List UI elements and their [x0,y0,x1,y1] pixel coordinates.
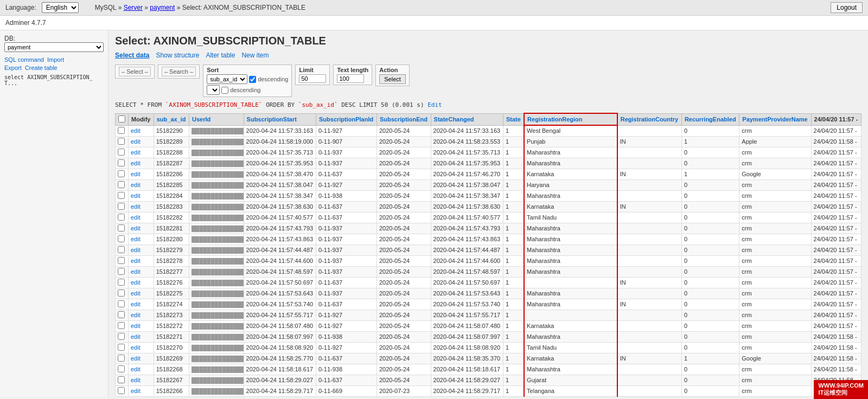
descending-checkbox-1[interactable] [249,76,256,83]
row-checkbox[interactable] [116,212,129,223]
row-checkbox[interactable] [116,320,129,331]
sort-field-select[interactable]: sub_ax_id [207,74,247,84]
select-button[interactable]: Select [379,74,406,84]
row-checkbox[interactable] [116,342,129,353]
row-user-id: ████████████████ [189,125,244,136]
edit-link[interactable]: Edit [427,101,442,108]
sort-sub-ax-id[interactable]: sub_ax_id [157,116,186,123]
nav-new-item[interactable]: New item [241,52,269,59]
edit-link[interactable]: edit [131,366,141,372]
row-checkbox[interactable] [116,288,129,299]
sort-user-id[interactable]: UserId [192,116,210,123]
text-length-input[interactable] [337,74,364,83]
row-checkbox[interactable] [116,244,129,255]
table-link[interactable]: `AXINOM_SUBSCRIPTION_TABLE` [165,101,263,108]
edit-link[interactable]: edit [131,301,141,307]
row-provider: Google [739,353,811,364]
row-state-changed: 2020-04-24 11:57:50.697 [431,277,503,288]
edit-link[interactable]: edit [131,279,141,286]
edit-link[interactable]: edit [131,236,141,242]
row-sub-end: 2020-05-24 [376,147,431,158]
row-checkbox[interactable] [116,266,129,277]
server-link[interactable]: Server [124,4,143,11]
sort-state-changed[interactable]: StateChanged [434,116,474,123]
nav-show-structure[interactable]: Show structure [156,52,199,59]
row-state-changed: 2020-04-24 11:57:53.643 [431,288,503,299]
row-date: 24/04/20 11:57 - [811,125,861,136]
row-checkbox[interactable] [116,125,129,136]
language-select[interactable]: English [42,2,79,13]
sort-plan-id[interactable]: SubscriptionPlanId [319,116,373,123]
sort-provider[interactable]: PaymentProviderName [742,116,807,123]
edit-link[interactable]: edit [131,290,141,297]
sort-country[interactable]: RegistrationCountry [621,116,678,123]
col-state-changed: StateChanged [431,113,503,125]
edit-link[interactable]: edit [131,171,141,177]
edit-link[interactable]: edit [131,149,141,156]
select-all-checkbox[interactable] [118,115,125,123]
limit-input[interactable] [299,74,326,83]
table-row: edit 15182288 ████████████████ 2020-04-2… [116,147,861,158]
row-checkbox[interactable] [116,201,129,212]
row-checkbox[interactable] [116,190,129,201]
edit-link[interactable]: edit [131,138,141,145]
logout-button[interactable]: Logout [831,2,863,13]
row-checkbox[interactable] [116,136,129,147]
row-checkbox[interactable] [116,331,129,342]
sort-region[interactable]: RegistrationRegion [527,116,582,123]
row-checkbox[interactable] [116,147,129,158]
edit-link[interactable]: edit [131,323,141,329]
row-checkbox[interactable] [116,385,129,396]
sort-recurring[interactable]: RecurringEnabled [685,116,736,123]
col-modify: Modify [129,113,154,125]
descending-checkbox-2[interactable] [221,87,228,94]
row-user-id: ████████████████ [189,223,244,234]
row-date: 24/04/20 11:58 - [811,136,861,147]
row-checkbox[interactable] [116,223,129,234]
row-checkbox[interactable] [116,179,129,190]
edit-link[interactable]: edit [131,214,141,221]
sql-command-link[interactable]: SQL command [4,56,44,63]
row-checkbox[interactable] [116,158,129,169]
table-row: edit 15182287 ████████████████ 2020-04-2… [116,158,861,169]
export-link[interactable]: Export [4,65,22,71]
row-checkbox[interactable] [116,396,129,397]
edit-link[interactable]: edit [131,312,141,318]
import-link[interactable]: Import [47,56,64,63]
edit-link[interactable]: edit [131,192,141,199]
row-provider: crm [739,364,811,375]
sort-state[interactable]: State [506,116,521,123]
row-checkbox[interactable] [116,299,129,310]
edit-link[interactable]: edit [131,333,141,340]
row-checkbox[interactable] [116,277,129,288]
edit-link[interactable]: edit [131,182,141,188]
table-row: edit 15182286 ████████████████ 2020-04-2… [116,169,861,179]
edit-link[interactable]: edit [131,268,141,275]
row-checkbox[interactable] [116,375,129,385]
edit-link[interactable]: edit [131,355,141,362]
sort-field-select-2[interactable] [207,85,220,95]
sort-sub-end[interactable]: SubscriptionEnd [380,116,427,123]
db-select[interactable]: payment [4,42,104,52]
edit-link[interactable]: edit [131,225,141,231]
edit-link[interactable]: edit [131,258,141,264]
row-checkbox[interactable] [116,364,129,375]
create-table-link[interactable]: Create table [25,65,58,71]
row-plan-id: 0-11-937 [316,266,377,277]
edit-link[interactable]: edit [131,203,141,210]
row-checkbox[interactable] [116,310,129,320]
sort-sub-start[interactable]: SubscriptionStart [247,116,297,123]
nav-select-data[interactable]: Select data [115,52,149,59]
edit-link[interactable]: edit [131,127,141,134]
edit-link[interactable]: edit [131,388,141,394]
row-checkbox[interactable] [116,353,129,364]
row-checkbox[interactable] [116,255,129,266]
edit-link[interactable]: edit [131,377,141,383]
payment-link[interactable]: payment [150,4,175,11]
edit-link[interactable]: edit [131,247,141,253]
edit-link[interactable]: edit [131,344,141,351]
edit-link[interactable]: edit [131,160,141,166]
row-checkbox[interactable] [116,169,129,179]
row-checkbox[interactable] [116,234,129,244]
nav-alter-table[interactable]: Alter table [206,52,235,59]
